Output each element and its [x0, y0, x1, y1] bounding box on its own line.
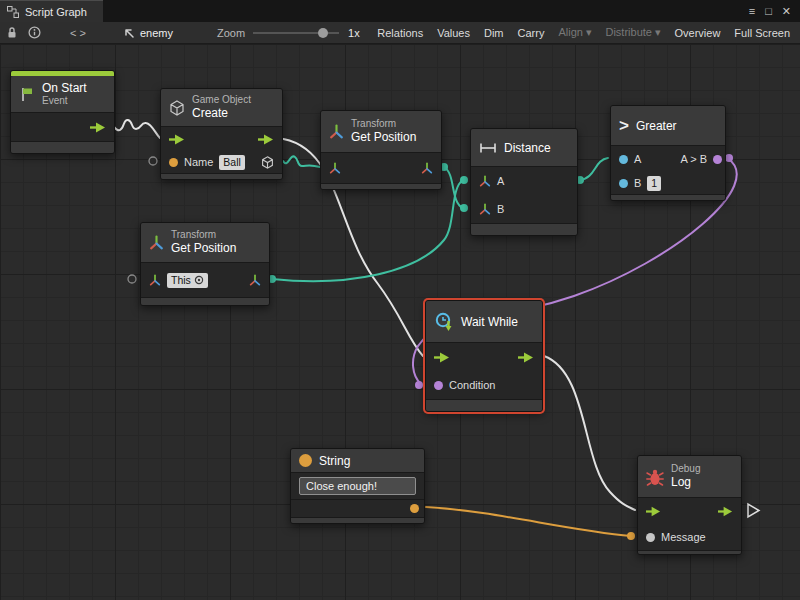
port-row: B [471, 195, 577, 223]
port-row [11, 113, 114, 141]
node-header[interactable]: Transform Get Position [321, 111, 441, 153]
node-header[interactable]: String [291, 449, 424, 473]
flow-out-arrow-icon[interactable] [258, 134, 274, 145]
gameobject-output-port[interactable] [261, 156, 274, 169]
node-footer [426, 399, 542, 411]
overview-button[interactable]: Overview [668, 27, 728, 39]
node-header[interactable]: On Start Event [11, 76, 114, 113]
node-title: Wait While [461, 315, 518, 329]
greater-output-dot[interactable] [725, 154, 733, 162]
string-output-port[interactable] [410, 504, 419, 513]
node-string[interactable]: String Close enough! [290, 448, 425, 524]
zoom-slider-knob[interactable] [318, 28, 328, 38]
port-row [161, 127, 282, 151]
flow-out-arrow-icon[interactable] [718, 506, 733, 517]
create-name-unconnected-dot[interactable] [149, 157, 157, 165]
node-distance[interactable]: Distance A B [470, 128, 578, 236]
node-footer [471, 223, 577, 235]
fullscreen-button[interactable]: Full Screen [727, 27, 797, 39]
flow-out-arrow-icon[interactable] [518, 352, 534, 363]
a-input-port[interactable] [619, 155, 628, 164]
port-row [638, 498, 741, 524]
port-row: This [141, 263, 269, 297]
align-dropdown[interactable]: Align ▾ [551, 26, 598, 39]
b-value-field[interactable]: 1 [647, 176, 661, 191]
window-close-button[interactable]: ✕ [782, 5, 791, 18]
node-title: Log [671, 475, 700, 489]
message-label: Message [661, 531, 706, 543]
wait-clock-icon [434, 312, 454, 332]
dim-button[interactable]: Dim [477, 27, 511, 39]
name-port-label: Name [184, 156, 213, 168]
node-header[interactable]: Transform Get Position [141, 223, 269, 263]
vector-a-input-port[interactable] [479, 175, 491, 187]
node-header[interactable]: > Greater [611, 106, 725, 146]
node-header[interactable]: Distance [471, 129, 577, 167]
script-graph-tab[interactable]: Script Graph [0, 0, 103, 22]
node-footer [141, 297, 269, 305]
relations-button[interactable]: Relations [370, 27, 430, 39]
b-input-port[interactable] [619, 179, 628, 188]
node-greater[interactable]: > Greater A A > B B 1 [610, 105, 726, 201]
node-get-position-bottom[interactable]: Transform Get Position This [140, 222, 270, 306]
flow-in-arrow-icon[interactable] [434, 352, 450, 363]
getposition-this-unconnected-dot[interactable] [128, 275, 136, 283]
bool-output-port[interactable] [713, 155, 722, 164]
node-header[interactable]: Debug Log [638, 456, 741, 498]
flow-in-arrow-icon[interactable] [646, 506, 661, 517]
window-menu-button[interactable]: ≡ [749, 5, 755, 18]
node-get-position-top[interactable]: Transform Get Position [320, 110, 442, 190]
input-b-label: B [634, 177, 641, 189]
string-value-field[interactable]: Close enough! [299, 477, 416, 495]
node-category: Transform [171, 229, 236, 241]
node-title: Create [192, 106, 251, 120]
flow-out-arrow-icon[interactable] [90, 122, 106, 133]
port-row: Name Ball [161, 151, 282, 173]
node-on-start-event[interactable]: On Start Event [10, 70, 115, 154]
node-create[interactable]: Game Object Create Name Ball [160, 88, 283, 180]
name-input-port[interactable] [169, 158, 178, 167]
object-picker-icon[interactable] [194, 275, 204, 285]
window-maximize-button[interactable]: □ [765, 5, 772, 18]
toolbar-buttons: Relations Values Dim Carry Align ▾ Distr… [370, 26, 800, 39]
node-footer [611, 194, 725, 200]
node-debug-log[interactable]: Debug Log Message [637, 455, 742, 555]
transform-input-port[interactable] [329, 162, 341, 174]
node-wait-while[interactable]: Wait While Condition [425, 300, 543, 412]
zoom-slider[interactable] [253, 27, 339, 39]
condition-input-port[interactable] [434, 381, 443, 390]
position-output-port[interactable] [421, 162, 433, 174]
lock-icon[interactable] [6, 26, 18, 39]
debuglog-message-wire-dot[interactable] [627, 532, 635, 540]
graph-canvas[interactable]: On Start Event Game Object Create [0, 44, 800, 600]
bug-icon [646, 468, 664, 486]
position-output-port[interactable] [249, 274, 261, 286]
vector-b-input-port[interactable] [479, 203, 491, 215]
wire-getposition-top-to-distance-b [444, 167, 463, 208]
name-value-field[interactable]: Ball [219, 155, 245, 170]
condition-label: Condition [449, 379, 495, 391]
flow-in-arrow-icon[interactable] [169, 134, 185, 145]
debuglog-flow-continue-arrow[interactable] [748, 504, 759, 517]
graph-breadcrumb[interactable]: enemy [123, 27, 173, 39]
this-value-field[interactable]: This [167, 273, 208, 288]
node-title: Greater [636, 119, 677, 133]
distance-a-input-dot[interactable] [460, 176, 468, 184]
transform-axes-icon [329, 124, 344, 139]
ruler-icon [479, 142, 497, 154]
distance-b-input-dot[interactable] [460, 204, 468, 212]
waitwhile-condition-input-dot[interactable] [415, 381, 423, 389]
node-header[interactable]: Wait While [426, 301, 542, 343]
distribute-dropdown[interactable]: Distribute ▾ [598, 26, 667, 39]
code-view-button[interactable]: < > [63, 27, 93, 39]
info-icon[interactable] [28, 26, 41, 39]
message-input-port[interactable] [646, 533, 655, 542]
node-title: On Start [42, 81, 87, 95]
transform-input-port[interactable] [149, 274, 161, 286]
node-header[interactable]: Game Object Create [161, 89, 282, 127]
values-button[interactable]: Values [430, 27, 477, 39]
tab-title: Script Graph [25, 6, 87, 18]
port-row: B 1 [611, 172, 725, 194]
carry-button[interactable]: Carry [511, 27, 552, 39]
breadcrumb-arrow-icon [123, 27, 135, 39]
